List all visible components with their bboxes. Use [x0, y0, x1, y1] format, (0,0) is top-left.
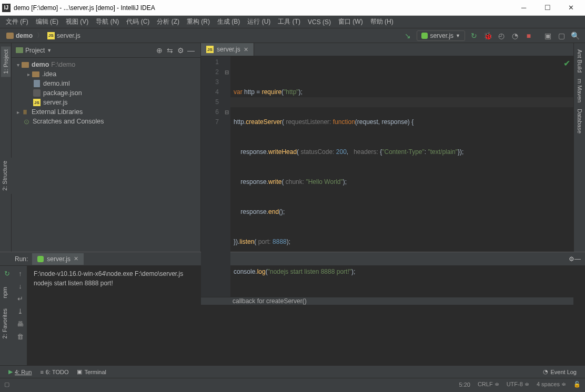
- menu-navigate[interactable]: 导航 (N): [92, 16, 123, 27]
- locate-button[interactable]: ⊕: [154, 45, 165, 56]
- expand-arrow-icon[interactable]: ▸: [15, 109, 21, 115]
- tree-idea[interactable]: ▸ .idea: [12, 69, 200, 79]
- tree-item-label: demo.iml: [43, 80, 70, 87]
- close-tab-icon[interactable]: ✕: [74, 255, 78, 262]
- menu-build[interactable]: 生成 (B): [214, 16, 244, 27]
- expand-arrow-icon[interactable]: ▸: [25, 71, 32, 77]
- project-panel-header: Project ▼ ⊕ ⇆ ⚙ —: [12, 43, 200, 58]
- sidetab-structure[interactable]: 2: Structure: [0, 158, 9, 194]
- bottom-tab-event-log[interactable]: ◔Event Log: [539, 367, 581, 376]
- search-everywhere-button[interactable]: 🔍: [569, 30, 581, 42]
- down-stack-button[interactable]: ↓: [15, 281, 26, 291]
- run-button[interactable]: ↻: [468, 30, 480, 42]
- coverage-button[interactable]: ◴: [496, 30, 507, 42]
- menu-refactor[interactable]: 重构 (R): [183, 16, 214, 27]
- fold-end-icon[interactable]: ⊟: [223, 107, 230, 117]
- sidetab-npm[interactable]: npm: [0, 284, 9, 301]
- terminal-icon: ▣: [77, 368, 82, 375]
- minimize-button[interactable]: ─: [512, 1, 536, 15]
- menu-help[interactable]: 帮助 (H): [367, 16, 397, 27]
- build-button[interactable]: ↘: [402, 30, 413, 42]
- sidetab-database[interactable]: Database: [575, 106, 584, 137]
- chevron-down-icon[interactable]: ▼: [47, 48, 52, 53]
- folder-icon: [6, 33, 14, 39]
- menu-code[interactable]: 代码 (C): [123, 16, 153, 27]
- up-stack-button[interactable]: ↑: [15, 268, 26, 278]
- json-icon: [33, 89, 41, 97]
- tree-root-label: demo: [32, 61, 49, 68]
- hide-run-button[interactable]: —: [574, 255, 581, 263]
- editor-tab-server-js[interactable]: JS server.js ✕: [201, 43, 254, 56]
- tree-external-libs[interactable]: ▸ ⫼ External Libraries: [12, 107, 200, 117]
- clear-button[interactable]: 🗑: [15, 331, 26, 342]
- nodejs-icon: [421, 33, 428, 39]
- scroll-end-button[interactable]: ⤓: [15, 306, 26, 316]
- profile-button[interactable]: ◔: [509, 30, 521, 42]
- menu-vcs[interactable]: VCS (S): [304, 17, 335, 27]
- tool-windows-button[interactable]: ▢: [4, 381, 9, 388]
- tree-demo-iml[interactable]: demo.iml: [12, 79, 200, 88]
- fold-gutter: ⊟⊟: [223, 56, 230, 297]
- main-area: 1: Project Project ▼ ⊕ ⇆ ⚙ — ▾ demo F:\d…: [0, 43, 585, 252]
- maximize-button[interactable]: ☐: [536, 1, 559, 15]
- code-editor[interactable]: ✔ 1 2 3 4 5 6 7 ⊟⊟ var http = require("h…: [201, 56, 573, 297]
- tree-server-js[interactable]: JS server.js: [12, 98, 200, 107]
- bottom-tab-terminal[interactable]: ▣Terminal: [73, 367, 110, 376]
- menu-tools[interactable]: 工具 (T): [274, 16, 304, 27]
- folder-icon: [22, 62, 29, 68]
- vcs-commit-button[interactable]: ▢: [556, 30, 567, 42]
- rerun-button[interactable]: ↻: [2, 268, 12, 278]
- settings-button[interactable]: ⚙: [175, 45, 186, 56]
- line-number: 6: [201, 107, 219, 117]
- line-separator[interactable]: CRLF ≑: [478, 381, 499, 388]
- expand-all-button[interactable]: ⇆: [165, 45, 175, 56]
- menu-view[interactable]: 视图 (V): [62, 16, 92, 27]
- tree-root[interactable]: ▾ demo F:\demo: [12, 60, 200, 69]
- menu-edit[interactable]: 编辑 (E): [32, 16, 62, 27]
- sidetab-project[interactable]: 1: Project: [1, 46, 11, 77]
- expand-arrow-icon[interactable]: ▾: [15, 62, 21, 68]
- menu-window[interactable]: 窗口 (W): [335, 16, 367, 27]
- js-icon: JS: [206, 46, 214, 53]
- sidetab-favorites[interactable]: 2: Favorites: [0, 305, 9, 342]
- bottom-tab-label: Terminal: [84, 369, 106, 375]
- close-tab-icon[interactable]: ✕: [244, 46, 248, 53]
- menu-analyze[interactable]: 分析 (Z): [153, 16, 183, 27]
- bottom-tab-run[interactable]: ▶4: Run: [4, 367, 36, 376]
- print-button[interactable]: 🖶: [15, 318, 26, 329]
- bottom-tool-stripe: ▶4: Run ≡6: TODO ▣Terminal ◔Event Log: [0, 365, 585, 378]
- soft-wrap-button[interactable]: ↵: [15, 293, 26, 304]
- breadcrumb-separator: 〉: [37, 31, 43, 40]
- tree-package-json[interactable]: package.json: [12, 88, 200, 98]
- tree-scratches[interactable]: ⊙ Scratches and Consoles: [12, 117, 200, 126]
- run-config-selector[interactable]: server.js ▼: [417, 30, 465, 41]
- tree-item-label: server.js: [43, 99, 68, 106]
- indent-setting[interactable]: 4 spaces ≑: [537, 381, 566, 388]
- tree-root-path: F:\demo: [51, 61, 75, 68]
- sidetab-ant[interactable]: Ant Build: [575, 46, 584, 76]
- editor-tab-bar: JS server.js ✕: [201, 43, 573, 56]
- event-log-icon: ◔: [543, 368, 548, 375]
- editor-tab-label: server.js: [217, 46, 240, 53]
- debug-button[interactable]: 🐞: [482, 30, 493, 42]
- menu-file[interactable]: 文件 (F): [2, 16, 32, 27]
- hide-button[interactable]: —: [186, 45, 196, 56]
- code-body[interactable]: var http = require("http"); http.createS…: [230, 56, 573, 297]
- fold-start-icon[interactable]: ⊟: [223, 67, 230, 77]
- stop-button[interactable]: ■: [523, 30, 534, 42]
- project-tree[interactable]: ▾ demo F:\demo ▸ .idea demo.iml package.…: [12, 58, 200, 252]
- bottom-tab-todo[interactable]: ≡6: TODO: [36, 368, 73, 376]
- run-tab[interactable]: server.js ✕: [32, 253, 84, 265]
- caret-position[interactable]: 5:20: [459, 381, 470, 388]
- close-button[interactable]: ✕: [559, 1, 583, 15]
- readonly-toggle[interactable]: 🔓: [573, 381, 581, 388]
- js-icon: JS: [33, 99, 41, 106]
- breadcrumb-file[interactable]: JSserver.js: [44, 31, 84, 40]
- editor-area: JS server.js ✕ ✔ 1 2 3 4 5 6 7 ⊟⊟ var ht…: [201, 43, 573, 252]
- sidetab-maven[interactable]: m Maven: [575, 76, 584, 106]
- breadcrumb-root[interactable]: demo: [3, 31, 36, 40]
- menu-run[interactable]: 运行 (U): [244, 16, 274, 27]
- file-encoding[interactable]: UTF-8 ≑: [507, 381, 529, 388]
- menu-bar: 文件 (F) 编辑 (E) 视图 (V) 导航 (N) 代码 (C) 分析 (Z…: [0, 16, 585, 28]
- vcs-update-button[interactable]: ▣: [542, 30, 553, 42]
